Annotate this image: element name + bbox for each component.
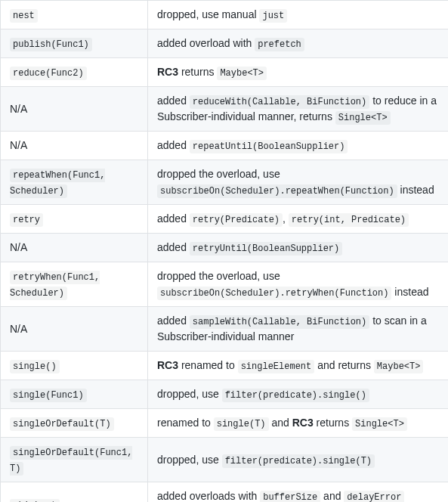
api-name-cell: singleOrDefault(T) bbox=[1, 409, 148, 438]
code-token: singleOrDefault(T) bbox=[10, 417, 114, 431]
code-token: single() bbox=[10, 360, 60, 373]
code-token: single(Func1) bbox=[10, 389, 87, 402]
code-token: Maybe<T> bbox=[217, 67, 267, 80]
api-desc-cell: added repeatUntil(BooleanSupplier) bbox=[148, 132, 449, 160]
api-name-cell: repeatWhen(Func1, Scheduler) bbox=[1, 160, 148, 205]
code-token: reduce(Func2) bbox=[10, 67, 87, 80]
code-token: retry(Predicate) bbox=[190, 213, 283, 227]
api-name-cell: reduce(Func2) bbox=[1, 58, 148, 87]
code-token: retry(int, Predicate) bbox=[289, 213, 409, 227]
code-token: subscribeOn(Scheduler).repeatWhen(Functi… bbox=[157, 184, 397, 198]
api-desc-cell: dropped the overload, use subscribeOn(Sc… bbox=[148, 262, 449, 307]
api-name-cell: N/A bbox=[1, 87, 148, 132]
code-token: filter(predicate).single(T) bbox=[222, 454, 375, 468]
code-token: Maybe<T> bbox=[374, 360, 424, 373]
code-token: just bbox=[259, 9, 287, 23]
code-token: Single<T> bbox=[335, 111, 391, 125]
code-token: subscribeOn(Scheduler).retryWhen(Functio… bbox=[157, 287, 391, 300]
api-name-cell: retryWhen(Func1, Scheduler) bbox=[1, 262, 148, 307]
code-token: publish(Func1) bbox=[10, 38, 92, 51]
table-row: singleOrDefault(T)renamed to single(T) a… bbox=[1, 409, 449, 438]
api-name-cell: nest bbox=[1, 1, 148, 29]
api-desc-cell: added overload with prefetch bbox=[148, 29, 449, 58]
code-token: singleOrDefault(Func1, T) bbox=[10, 446, 132, 476]
table-row: N/Aadded reduceWith(Callable, BiFunction… bbox=[1, 87, 449, 132]
api-diff-table: nestdropped, use manual justpublish(Func… bbox=[0, 0, 448, 502]
code-token: bufferSize bbox=[260, 491, 320, 502]
api-desc-cell: dropped, use manual just bbox=[148, 1, 449, 29]
api-desc-cell: RC3 renamed to singleElement and returns… bbox=[148, 352, 449, 380]
code-token: reduceWith(Callable, BiFunction) bbox=[190, 95, 369, 109]
emphasis: RC3 bbox=[157, 359, 178, 371]
code-token: prefetch bbox=[255, 38, 304, 51]
api-name-cell: skipLast bbox=[1, 482, 148, 503]
code-token: skipLast bbox=[10, 499, 60, 503]
table-row: repeatWhen(Func1, Scheduler)dropped the … bbox=[1, 160, 449, 205]
code-token: retryUntil(BooleanSupplier) bbox=[190, 242, 342, 256]
code-token: singleElement bbox=[238, 360, 315, 373]
code-token: sampleWith(Callable, BiFunction) bbox=[190, 315, 369, 329]
table-row: skipLastadded overloads with bufferSize … bbox=[1, 482, 449, 503]
table-row: publish(Func1)added overload with prefet… bbox=[1, 29, 449, 58]
api-desc-cell: added sampleWith(Callable, BiFunction) t… bbox=[148, 307, 449, 352]
table-row: N/Aadded retryUntil(BooleanSupplier) bbox=[1, 234, 449, 262]
table-row: singleOrDefault(Func1, T)dropped, use fi… bbox=[1, 438, 449, 482]
code-token: repeatUntil(BooleanSupplier) bbox=[190, 140, 348, 153]
code-token: repeatWhen(Func1, Scheduler) bbox=[10, 169, 105, 198]
table-row: reduce(Func2)RC3 returns Maybe<T> bbox=[1, 58, 449, 87]
table-row: retryWhen(Func1, Scheduler)dropped the o… bbox=[1, 262, 449, 307]
api-name-cell: single() bbox=[1, 352, 148, 380]
code-token: single(T) bbox=[214, 417, 269, 431]
api-desc-cell: dropped the overload, use subscribeOn(Sc… bbox=[148, 160, 449, 205]
api-name-cell: retry bbox=[1, 205, 148, 234]
table-row: single(Func1)dropped, use filter(predica… bbox=[1, 380, 449, 409]
code-token: delayError bbox=[344, 491, 404, 502]
api-desc-cell: RC3 returns Maybe<T> bbox=[148, 58, 449, 87]
api-name-cell: N/A bbox=[1, 132, 148, 160]
api-desc-cell: added retry(Predicate), retry(int, Predi… bbox=[148, 205, 449, 234]
api-desc-cell: added retryUntil(BooleanSupplier) bbox=[148, 234, 449, 262]
api-desc-cell: dropped, use filter(predicate).single(T) bbox=[148, 438, 449, 482]
api-desc-cell: added overloads with bufferSize and dela… bbox=[148, 482, 449, 503]
code-token: retryWhen(Func1, Scheduler) bbox=[10, 271, 100, 300]
api-name-cell: N/A bbox=[1, 307, 148, 352]
table-row: N/Aadded sampleWith(Callable, BiFunction… bbox=[1, 307, 449, 352]
api-name-cell: publish(Func1) bbox=[1, 29, 148, 58]
table-row: retryadded retry(Predicate), retry(int, … bbox=[1, 205, 449, 234]
code-token: filter(predicate).single() bbox=[222, 389, 369, 402]
api-desc-cell: dropped, use filter(predicate).single() bbox=[148, 380, 449, 409]
api-desc-cell: added reduceWith(Callable, BiFunction) t… bbox=[148, 87, 449, 132]
code-token: retry bbox=[10, 213, 43, 227]
code-token: Single<T> bbox=[352, 417, 407, 431]
table-row: nestdropped, use manual just bbox=[1, 1, 449, 29]
emphasis: RC3 bbox=[292, 417, 314, 429]
emphasis: RC3 bbox=[157, 66, 178, 78]
table-row: N/Aadded repeatUntil(BooleanSupplier) bbox=[1, 132, 449, 160]
api-desc-cell: renamed to single(T) and RC3 returns Sin… bbox=[148, 409, 449, 438]
api-name-cell: N/A bbox=[1, 234, 148, 262]
table-row: single()RC3 renamed to singleElement and… bbox=[1, 352, 449, 380]
api-name-cell: singleOrDefault(Func1, T) bbox=[1, 438, 148, 482]
api-name-cell: single(Func1) bbox=[1, 380, 148, 409]
code-token: nest bbox=[10, 9, 38, 23]
